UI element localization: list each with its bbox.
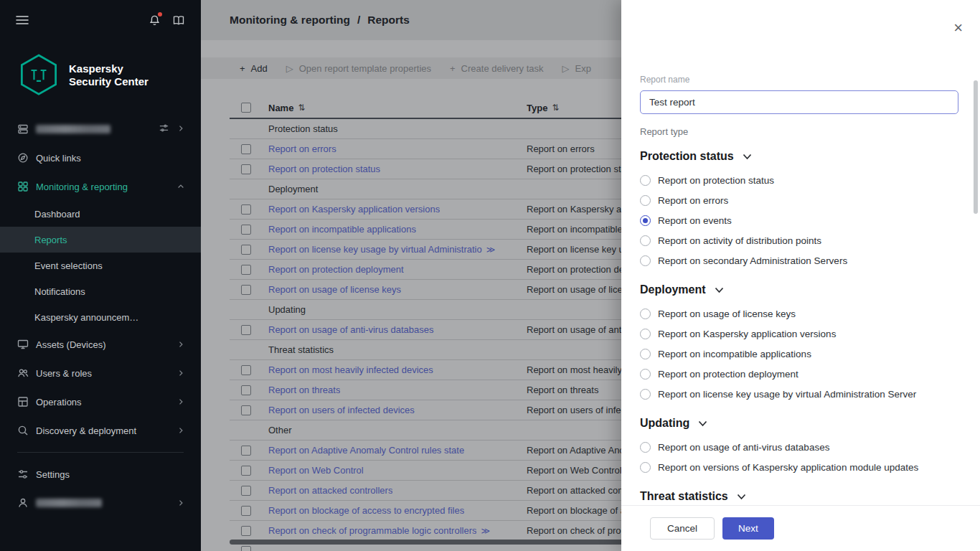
radio-option[interactable]: Report on license key usage by virtual A… <box>640 384 958 404</box>
panel-scrollbar[interactable] <box>974 80 978 214</box>
row-checkbox[interactable] <box>241 486 251 496</box>
report-link[interactable]: Report on usage of anti-virus databases <box>268 324 434 335</box>
sidebar-item-event-selections[interactable]: Event selections <box>0 253 201 278</box>
create-delivery-task-button: + Create delivery task <box>450 63 543 74</box>
sidebar-item-label: Discovery & deployment <box>36 425 136 436</box>
report-name-input[interactable] <box>640 90 958 114</box>
report-link[interactable]: Report on Web Control <box>268 465 364 476</box>
report-link[interactable]: Report on check of programmable logic co… <box>268 525 476 536</box>
radio-icon <box>640 255 651 266</box>
sidebar-item-label: Reports <box>34 235 67 245</box>
menu-icon[interactable] <box>16 15 29 25</box>
radio-option[interactable]: Report on usage of license keys <box>640 303 958 324</box>
radio-option[interactable]: Report on protection status <box>640 170 958 190</box>
expand-more-icon[interactable]: ≫ <box>486 245 496 255</box>
column-header-name[interactable]: Name⇅ <box>268 103 527 113</box>
radio-icon <box>640 235 651 246</box>
report-name-label: Report name <box>640 75 958 85</box>
row-checkbox[interactable] <box>241 245 251 255</box>
sidebar-item-notifications[interactable]: Notifications <box>0 278 201 304</box>
radio-icon <box>640 309 651 319</box>
help-book-icon[interactable] <box>172 15 185 26</box>
sidebar-item-label: Event selections <box>34 260 103 271</box>
sidebar-item-quick-links[interactable]: Quick links <box>0 143 201 172</box>
sidebar-item-settings[interactable]: Settings <box>0 460 201 489</box>
hierarchy-icon <box>159 123 169 136</box>
drawer-body: Report name Report type Protection statu… <box>621 0 980 505</box>
radio-option[interactable]: Report on errors <box>640 190 958 210</box>
sidebar-item-user-account[interactable] <box>0 489 201 517</box>
row-checkbox[interactable] <box>241 385 251 395</box>
row-checkbox[interactable] <box>241 546 251 551</box>
radio-option[interactable]: Report on activity of distribution point… <box>640 230 958 250</box>
notifications-bell-icon[interactable] <box>149 14 161 27</box>
section-updating[interactable]: Updating <box>640 417 958 430</box>
chevron-down-icon <box>737 494 746 500</box>
sidebar-item-reports[interactable]: Reports <box>0 227 201 253</box>
row-checkbox[interactable] <box>241 265 251 275</box>
chevron-down-icon <box>715 287 724 293</box>
sidebar-item-operations[interactable]: Operations <box>0 387 201 416</box>
radio-option[interactable]: Report on protection deployment <box>640 364 958 384</box>
sidebar-item-monitoring-reporting[interactable]: Monitoring & reporting <box>0 172 201 201</box>
radio-option-selected[interactable]: Report on events <box>640 210 958 230</box>
sidebar-item-assets-devices[interactable]: Assets (Devices) <box>0 330 201 359</box>
next-button[interactable]: Next <box>722 517 774 540</box>
report-link[interactable]: Report on Kaspersky application versions <box>268 204 440 215</box>
row-checkbox[interactable] <box>241 526 251 536</box>
plus-icon: + <box>450 63 456 74</box>
report-link[interactable]: Report on errors <box>268 143 336 154</box>
radio-option[interactable]: Report on Kaspersky application versions <box>640 324 958 344</box>
add-button[interactable]: + Add <box>240 63 268 74</box>
report-link[interactable]: Report on incompatible applications <box>268 224 416 235</box>
row-checkbox[interactable] <box>241 285 251 295</box>
row-checkbox[interactable] <box>241 144 251 154</box>
row-checkbox[interactable] <box>241 506 251 516</box>
sidebar-item-discovery-deployment[interactable]: Discovery & deployment <box>0 416 201 445</box>
row-checkbox[interactable] <box>241 466 251 476</box>
grid-icon <box>17 181 29 192</box>
report-link[interactable]: Report on license key usage by virtual A… <box>268 244 482 255</box>
row-checkbox[interactable] <box>241 325 251 335</box>
chevron-right-icon <box>176 426 185 435</box>
section-protection-status[interactable]: Protection status <box>640 150 958 163</box>
cancel-button[interactable]: Cancel <box>650 517 715 540</box>
report-link[interactable]: Report on protection status <box>268 164 380 174</box>
row-checkbox[interactable] <box>241 164 251 174</box>
section-threat-statistics[interactable]: Threat statistics <box>640 490 958 503</box>
sidebar-item-dashboard[interactable]: Dashboard <box>0 201 201 227</box>
radio-icon <box>640 442 651 453</box>
breadcrumb: Monitoring & reporting / Reports <box>230 14 410 27</box>
section-deployment[interactable]: Deployment <box>640 283 958 296</box>
row-checkbox[interactable] <box>241 225 251 235</box>
select-all-checkbox[interactable] <box>241 103 251 113</box>
report-link[interactable]: Report on threats <box>268 385 340 395</box>
sidebar-item-users-roles[interactable]: Users & roles <box>0 359 201 387</box>
report-link[interactable]: Report on usage of license keys <box>268 284 401 295</box>
radio-option[interactable]: Report on incompatible applications <box>640 344 958 364</box>
radio-icon <box>640 369 651 380</box>
row-checkbox[interactable] <box>241 405 251 415</box>
expand-more-icon[interactable]: ≫ <box>481 526 490 536</box>
radio-option[interactable]: Report on secondary Administration Serve… <box>640 250 958 270</box>
users-icon <box>17 367 29 379</box>
radio-icon <box>640 462 651 473</box>
radio-option[interactable]: Report on versions of Kaspersky applicat… <box>640 457 958 477</box>
play-icon: ▷ <box>286 63 293 74</box>
report-link[interactable]: Report on attacked controllers <box>268 485 392 496</box>
sidebar-item-kaspersky-announcements[interactable]: Kaspersky announcem… <box>0 304 201 330</box>
chevron-right-icon <box>176 340 185 349</box>
row-checkbox[interactable] <box>241 446 251 456</box>
report-link[interactable]: Report on protection deployment <box>268 264 404 275</box>
report-link[interactable]: Report on Adaptive Anomaly Control rules… <box>268 445 464 456</box>
report-link[interactable]: Report on most heavily infected devices <box>268 364 433 375</box>
row-checkbox[interactable] <box>241 365 251 375</box>
report-link[interactable]: Report on users of infected devices <box>268 405 415 415</box>
sidebar: Kaspersky Security Center <box>0 0 201 551</box>
radio-option[interactable]: Report on usage of anti-virus databases <box>640 437 958 457</box>
sidebar-item-server[interactable] <box>0 115 201 143</box>
row-checkbox[interactable] <box>241 204 251 215</box>
breadcrumb-item-monitoring[interactable]: Monitoring & reporting <box>230 14 350 27</box>
sidebar-item-label: Monitoring & reporting <box>36 182 128 192</box>
report-link[interactable]: Report on blockage of access to encrypte… <box>268 505 464 516</box>
